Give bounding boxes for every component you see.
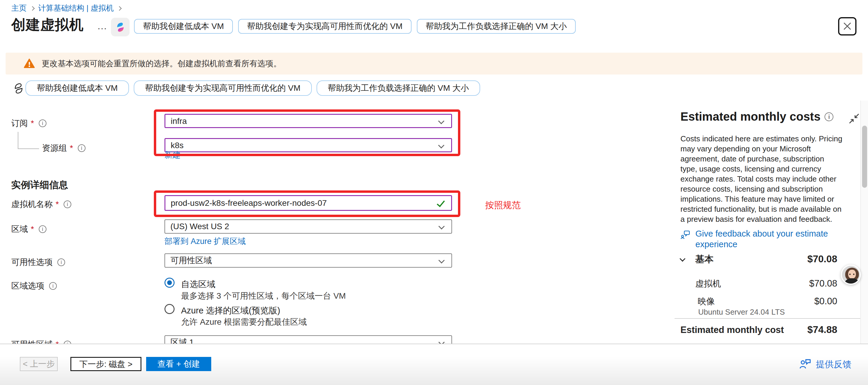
region-dropdown[interactable]: (US) West US 2 — [164, 219, 452, 234]
availability-zone-dropdown[interactable]: 区域 1 — [164, 335, 452, 344]
edge-zone-link[interactable]: 部署到 Azure 扩展区域 — [164, 236, 246, 247]
scrollbar-track[interactable] — [860, 100, 868, 344]
zone-radio-self-select[interactable] — [164, 278, 175, 288]
suggestion-high-availability-button[interactable]: 帮助我创建专为实现高可用性而优化的 VM — [238, 19, 411, 34]
panel-divider — [675, 318, 860, 319]
review-create-button[interactable]: 查看 + 创建 — [146, 357, 211, 371]
previous-button[interactable]: < 上一步 — [20, 357, 58, 371]
chevron-down-icon — [438, 142, 444, 149]
feedback-person-icon — [799, 358, 812, 371]
cost-group-label: 基本 — [695, 253, 714, 265]
subscription-dropdown[interactable]: infra — [164, 114, 452, 128]
copilot-icon[interactable] — [111, 18, 130, 36]
chevron-down-icon — [438, 257, 445, 263]
chevron-down-icon — [438, 223, 445, 229]
cost-item-label: 映像 — [698, 296, 715, 308]
cost-total-row: Estimated monthly cost $74.88 — [680, 324, 837, 335]
subscription-label: 订阅* — [11, 118, 46, 129]
warning-banner-text: 更改基本选项可能会重置所做的选择。创建虚拟机前查看所有选项。 — [42, 58, 281, 69]
zone-radio-azure-select-label[interactable]: Azure 选择的区域(预览版) — [181, 305, 280, 317]
annotation-text: 按照规范 — [485, 199, 521, 212]
cost-group-value: $70.08 — [807, 253, 837, 265]
suggestion-right-size-button[interactable]: 帮助我为工作负载选择正确的 VM 大小 — [316, 81, 480, 96]
breadcrumb-current-link[interactable]: 计算基础结构 | 虚拟机 — [38, 3, 114, 13]
zone-radio-self-select-label[interactable]: 自选区域 — [181, 279, 215, 290]
availability-options-label: 可用性选项 — [11, 257, 65, 268]
info-icon[interactable] — [64, 200, 71, 208]
close-icon — [843, 22, 852, 31]
info-icon[interactable] — [825, 113, 833, 121]
copilot-suggestions-header: 帮助我创建低成本 VM 帮助我创建专为实现高可用性而优化的 VM 帮助我为工作负… — [134, 19, 576, 34]
valid-check-icon — [437, 199, 445, 207]
info-icon[interactable] — [57, 258, 65, 266]
zone-radio-self-select-desc: 最多选择 3 个可用性区域，每个区域一台 VM — [181, 290, 346, 301]
close-button[interactable] — [838, 17, 857, 35]
availability-options-dropdown[interactable]: 可用性区域 — [164, 253, 452, 267]
suggestion-low-cost-vm-button[interactable]: 帮助我创建低成本 VM — [134, 19, 233, 34]
info-icon[interactable] — [39, 225, 46, 233]
cost-item-subtext: Ubuntu Server 24.04 LTS — [698, 308, 785, 317]
give-feedback-button[interactable]: 提供反馈 — [799, 358, 851, 371]
zone-options-label: 区域选项 — [11, 280, 57, 292]
suggestion-high-availability-button[interactable]: 帮助我创建专为实现高可用性而优化的 VM — [134, 81, 312, 96]
cost-item-row: 映像 $0.00 — [680, 296, 837, 308]
info-icon[interactable] — [49, 282, 57, 290]
more-options-button[interactable]: … — [97, 20, 108, 32]
warning-banner: 更改基本选项可能会重置所做的选择。创建虚拟机前查看所有选项。 — [6, 53, 862, 74]
estimate-feedback-link[interactable]: Give feedback about your estimate experi… — [680, 228, 834, 250]
chevron-down-icon — [438, 339, 445, 344]
cost-panel-description: Costs indicated here are estimates only.… — [680, 134, 842, 224]
zone-radio-azure-select-desc: 允许 Azure 根据需要分配最佳区域 — [181, 316, 307, 328]
warning-icon — [23, 58, 35, 69]
page-title: 创建虚拟机 — [11, 15, 84, 34]
breadcrumb-chevron-icon — [117, 6, 122, 11]
clipped-form-row: 可用性区域* 区域 1 — [0, 333, 621, 344]
info-icon[interactable] — [39, 120, 46, 127]
collapse-panel-icon[interactable] — [848, 113, 860, 126]
presenter-avatar — [841, 265, 861, 285]
tree-connector — [18, 132, 39, 149]
info-icon[interactable] — [64, 341, 71, 344]
cost-item-label: 虚拟机 — [695, 278, 721, 290]
cost-total-value: $74.88 — [807, 324, 837, 335]
breadcrumb-home-link[interactable]: 主页 — [11, 3, 27, 13]
vm-name-input[interactable]: prod-usw2-k8s-freeleaps-worker-nodes-07 — [164, 195, 452, 211]
cost-item-value: $70.08 — [809, 278, 837, 289]
create-new-link[interactable]: 新建 — [164, 150, 181, 160]
chevron-down-icon — [438, 118, 444, 124]
breadcrumb-chevron-icon — [30, 6, 35, 11]
scrollbar-thumb[interactable] — [862, 126, 867, 188]
cost-panel-title: Estimated monthly costs — [680, 110, 833, 123]
zone-radio-azure-select[interactable] — [164, 304, 175, 314]
feedback-bubbles-icon — [680, 228, 691, 241]
cost-item-row: 虚拟机 $70.08 — [680, 278, 837, 290]
cost-group-row: 基本 $70.08 — [680, 253, 837, 265]
suggestion-low-cost-vm-button[interactable]: 帮助我创建低成本 VM — [26, 81, 129, 96]
vm-name-label: 虚拟机名称* — [11, 199, 71, 210]
cost-item-value: $0.00 — [814, 296, 837, 307]
breadcrumb: 主页 计算基础结构 | 虚拟机 — [11, 3, 121, 13]
availability-zone-label: 可用性区域* — [11, 339, 71, 344]
next-disks-button[interactable]: 下一步: 磁盘 > — [70, 357, 142, 371]
info-icon[interactable] — [78, 144, 86, 152]
resource-group-dropdown[interactable]: k8s — [164, 138, 452, 152]
region-label: 区域* — [11, 224, 46, 235]
copilot-outline-icon — [12, 82, 26, 96]
cost-total-label: Estimated monthly cost — [680, 325, 784, 335]
suggestion-right-size-button[interactable]: 帮助我为工作负载选择正确的 VM 大小 — [417, 19, 576, 34]
copilot-suggestions-inline: 帮助我创建低成本 VM 帮助我创建专为实现高可用性而优化的 VM 帮助我为工作负… — [26, 81, 480, 96]
resource-group-label: 资源组* — [42, 142, 86, 154]
section-instance-details: 实例详细信息 — [11, 179, 68, 192]
